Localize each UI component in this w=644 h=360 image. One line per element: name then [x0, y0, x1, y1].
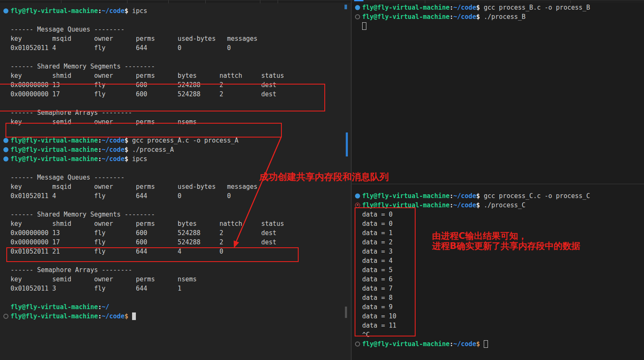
- terminal-text: fly@fly-virtual-machine: [11, 303, 98, 311]
- terminal-text: ipcs: [128, 155, 147, 163]
- terminal-text: :: [98, 303, 102, 311]
- terminal-text: [480, 340, 484, 348]
- terminal-text: 0x00000000 17 fly 600 524288 2 dest: [11, 238, 276, 246]
- terminal-text: key msqid owner perms used-bytes message…: [11, 35, 257, 42]
- terminal-text: fly@fly-virtual-machine: [11, 7, 98, 15]
- terminal-text: gcc process_C.c -o process_C: [480, 192, 590, 200]
- terminal-text: key semid owner perms nsems: [11, 275, 197, 283]
- panel-edge-separator: [260, 0, 260, 3]
- command-success-decoration[interactable]: [355, 5, 360, 10]
- terminal-line: ------ Semaphore Arrays --------: [0, 265, 351, 275]
- terminal-text: [128, 312, 132, 320]
- terminal-text: fly@fly-virtual-machine: [362, 340, 450, 348]
- command-success-decoration[interactable]: [3, 147, 8, 152]
- terminal-text: $: [476, 192, 480, 200]
- terminal-text: fly@fly-virtual-machine: [11, 146, 98, 154]
- panel-top-edge: [0, 0, 644, 3]
- terminal-line: fly@fly-virtual-machine:~/code$ ./proces…: [352, 12, 644, 21]
- terminal-line: [0, 53, 351, 62]
- terminal-text: :: [98, 312, 102, 320]
- terminal-text: 0x01052011 4 fly 644 0 0: [11, 44, 231, 52]
- terminal-text: ~/code: [102, 146, 125, 154]
- terminal-line: key msqid owner perms used-bytes message…: [0, 34, 351, 43]
- terminal-text: ------ Semaphore Arrays --------: [11, 266, 132, 274]
- terminal-line: key shmid owner perms bytes nattch statu…: [0, 71, 351, 80]
- terminal-cursor: [484, 340, 488, 348]
- annotation-box-new-shm-row: [6, 247, 299, 262]
- terminal-line: [352, 21, 644, 31]
- terminal-text: key msqid owner perms used-bytes message…: [11, 183, 257, 191]
- terminal-text: ~/code: [102, 155, 125, 163]
- terminal-line: key shmid owner perms bytes nattch statu…: [0, 219, 351, 228]
- terminal-text: ~/: [102, 303, 109, 311]
- terminal-line: fly@fly-virtual-machine:~/: [0, 302, 351, 312]
- terminal-line: 0x00000000 13 fly 600 524288 2 dest: [0, 228, 351, 238]
- terminal-line: ------ Shared Memory Segments --------: [0, 62, 351, 71]
- command-success-decoration[interactable]: [355, 193, 360, 199]
- annotation-text-right-line2: 进程B确实更新了共享内存段中的数据: [432, 241, 580, 251]
- terminal-text: ~/code: [453, 340, 476, 348]
- terminal-text: ~/code: [453, 192, 476, 200]
- command-idle-decoration[interactable]: [355, 14, 360, 19]
- terminal-pane-right-top[interactable]: fly@fly-virtual-machine:~/code$ gcc proc…: [352, 3, 644, 184]
- terminal-text: $: [476, 13, 480, 21]
- terminal-text: $: [125, 7, 128, 15]
- terminal-line: 0x00000000 17 fly 600 524288 2 dest: [0, 238, 351, 247]
- terminal-text: $: [125, 312, 128, 320]
- scrollbar-thumb[interactable]: [345, 307, 347, 318]
- panel-edge-separator: [570, 0, 571, 3]
- terminal-text: 0x01052011 4 fly 644 0 0: [11, 192, 231, 200]
- command-idle-decoration[interactable]: [355, 341, 360, 347]
- terminal-text: key shmid owner perms bytes nattch statu…: [11, 72, 284, 79]
- annotation-text-right: 由进程C输出结果可知， 进程B确实更新了共享内存段中的数据: [432, 231, 580, 251]
- terminal-text: :: [98, 146, 102, 154]
- terminal-text: $: [476, 201, 480, 209]
- panel-edge-separator: [168, 0, 169, 3]
- terminal-text: ------ Shared Memory Segments --------: [11, 63, 155, 70]
- terminal-text: :: [450, 4, 453, 11]
- terminal-line: 0x01052011 4 fly 644 0 0: [0, 43, 351, 53]
- terminal-text: ipcs: [128, 7, 147, 15]
- annotation-box-empty-semaphores: [5, 123, 282, 138]
- terminal-line: [0, 293, 351, 302]
- scrollbar-mark-blue: [345, 5, 347, 9]
- terminal-text: fly@fly-virtual-machine: [11, 155, 98, 163]
- terminal-text: gcc process_A.c -o process_A: [128, 137, 239, 144]
- terminal-text: $: [125, 137, 128, 144]
- terminal-text: ~/code: [102, 137, 125, 144]
- terminal-cursor: [362, 22, 366, 30]
- terminal-line: ------ Message Queues --------: [0, 25, 351, 34]
- terminal-text: :: [450, 13, 453, 21]
- terminal-text: ~/code: [453, 201, 476, 209]
- annotation-box-shared-memory-rows: [0, 84, 325, 111]
- annotation-text-right-line1: 由进程C输出结果可知，: [432, 231, 580, 241]
- terminal-text: $: [125, 146, 128, 154]
- terminal-text: :: [450, 201, 453, 209]
- terminal-line: fly@fly-virtual-machine:~/code$ gcc proc…: [352, 3, 644, 12]
- terminal-line: fly@fly-virtual-machine:~/code$ ipcs: [0, 154, 351, 164]
- panel-edge-separator: [278, 0, 278, 3]
- command-success-decoration[interactable]: [3, 8, 8, 13]
- terminal-text: fly@fly-virtual-machine: [362, 13, 450, 21]
- terminal-text: ./process_C: [480, 201, 525, 209]
- terminal-text: 0x00000000 13 fly 600 524288 2 dest: [11, 229, 276, 237]
- terminal-text: ------ Shared Memory Segments --------: [11, 211, 155, 218]
- pane-divider-horizontal[interactable]: [352, 184, 644, 184]
- terminal-line: [0, 201, 351, 210]
- panel-edge-separator: [61, 0, 61, 3]
- terminal-text: $: [476, 4, 480, 11]
- terminal-text: $: [125, 155, 128, 163]
- terminal-text: ------ Message Queues --------: [11, 26, 125, 33]
- terminal-text: fly@fly-virtual-machine: [362, 4, 450, 11]
- command-success-decoration[interactable]: [3, 156, 8, 161]
- terminal-text: ------ Message Queues --------: [11, 174, 125, 181]
- terminal-text: :: [98, 137, 102, 144]
- panel-edge-separator: [127, 0, 127, 3]
- terminal-text: gcc process_B.c -o process_B: [480, 4, 590, 11]
- command-idle-decoration[interactable]: [3, 314, 8, 319]
- active-terminal-indicator: [354, 0, 363, 1]
- terminal-text: ./process_B: [480, 13, 525, 21]
- terminal-line: ------ Shared Memory Segments --------: [0, 210, 351, 219]
- terminal-text: ~/code: [453, 13, 476, 21]
- command-success-decoration[interactable]: [3, 138, 8, 143]
